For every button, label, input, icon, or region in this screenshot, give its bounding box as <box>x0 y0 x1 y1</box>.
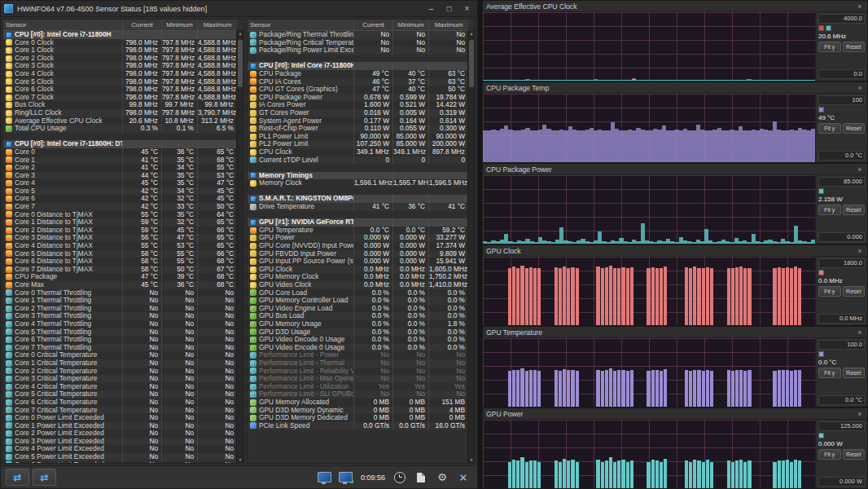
nav-forward-button[interactable]: ⇄ <box>33 469 56 486</box>
sensor-row[interactable]: Drive Temperature41 °C36 °C41 °C <box>248 203 468 211</box>
column-header-sensor[interactable]: Sensor <box>248 20 354 30</box>
sensor-row[interactable]: Core 1 Critical TemperatureNoNoNo <box>3 359 237 368</box>
sensor-row[interactable]: Bus Clock99.8 MHz99.7 MHz99.8 MHz <box>3 101 237 109</box>
sensor-row[interactable]: IA Cores Power1.600 W0.521 W14.422 W <box>248 101 468 109</box>
graph-ymax-value[interactable]: 1800.0 <box>818 258 865 268</box>
sensor-row[interactable]: Core 6 Distance to TjMAX58 °C55 °C68 °C <box>3 258 237 266</box>
sensor-row[interactable]: Core 3 Clock798.0 MHz797.8 MHz4,588.8 MH… <box>3 62 237 70</box>
sensor-row[interactable]: GPU Video Decode 0 Usage0.0 %0.0 %0.0 % <box>248 336 468 344</box>
sensor-row[interactable]: Core 1 Thermal ThrottlingNoNoNo <box>3 297 237 305</box>
sensor-row[interactable]: Core 6 Thermal ThrottlingNoNoNo <box>3 336 237 344</box>
reset-button[interactable]: Reset <box>843 449 866 460</box>
graph-ymin-value[interactable]: 0.000 <box>818 232 865 242</box>
graph-close-icon[interactable]: × <box>856 410 864 418</box>
graph-close-icon[interactable]: × <box>856 247 864 255</box>
sensor-row[interactable]: Core 5 Clock798.0 MHz797.8 MHz4,588.8 MH… <box>3 78 237 86</box>
reset-button[interactable]: Reset <box>843 368 866 378</box>
sensor-row[interactable]: Core 6 Critical TemperatureNoNoNo <box>3 399 237 407</box>
section-header-row[interactable]: GPU [#1]: NVIDIA GeForce RTX 3080 Laptop… <box>248 218 468 227</box>
sensor-row[interactable]: Core 0 Critical TemperatureNoNoNo <box>3 351 237 359</box>
graph-ymin-value[interactable]: 0.000 W <box>818 477 865 487</box>
sensor-row[interactable]: Core 0 Clock798.0 MHz797.8 MHz4,588.8 MH… <box>3 39 237 47</box>
sensor-row[interactable]: Ring/LLC Clock798.0 MHz797.8 MHz3,790.7 … <box>3 109 237 117</box>
fit-y-button[interactable]: Fit y <box>818 368 841 378</box>
graph-ymin-value[interactable]: 0.0 °C <box>818 151 865 161</box>
maximize-button[interactable]: □ <box>441 2 458 15</box>
fit-y-button[interactable]: Fit y <box>818 286 841 297</box>
left-scrollbar[interactable]: ▲ ▼ <box>236 30 243 463</box>
sensor-row[interactable]: CPU Package49 °C40 °C63 °C <box>248 70 468 78</box>
sensor-row[interactable]: Core 7 Critical TemperatureNoNoNo <box>3 407 237 415</box>
sensor-row[interactable]: Core 3 Distance to TjMAX56 °C47 °C65 °C <box>3 234 237 242</box>
right-scrollbar[interactable]: ▲ ▼ <box>467 30 475 463</box>
sensor-row[interactable]: Average Effective CPU Clock20.6 MHz10.8 … <box>3 117 237 126</box>
sensor-row[interactable]: Core 0 Distance to TjMAX55 °C35 °C64 °C <box>3 211 237 219</box>
sensor-row[interactable]: Core 4 Thermal ThrottlingNoNoNo <box>3 320 237 328</box>
sensor-row[interactable]: Core 141 °C35 °C68 °C <box>3 156 237 165</box>
column-header-current[interactable]: Current <box>354 20 393 30</box>
sensor-row[interactable]: Core 045 °C36 °C65 °C <box>3 148 237 156</box>
sensor-row[interactable]: CPU Clock349.1 MHz349.1 MHz897.8 MHz <box>248 148 468 156</box>
scrollbar-thumb[interactable] <box>238 40 243 87</box>
sensor-row[interactable]: Performance Limit - UtilizationYesYesYes <box>248 383 468 391</box>
sensor-row[interactable]: GPU Clock0.0 MHz0.0 MHz1,605.0 MHz <box>248 266 468 274</box>
fit-y-button[interactable]: Fit y <box>818 205 841 215</box>
sensor-row[interactable]: Core 1 Power Limit ExceededNoNoNo <box>3 422 237 430</box>
graph-ymin-value[interactable]: 0.0 <box>818 69 865 79</box>
sensor-row[interactable]: GPU Core (NVVDD) Input Power (sum)0.000 … <box>248 242 468 250</box>
sensor-row[interactable]: Core 241 °C34 °C55 °C <box>3 164 237 172</box>
sensor-row[interactable]: Current cTDP Level000 <box>248 156 468 165</box>
logging-button[interactable] <box>412 469 430 486</box>
graph-ymax-value[interactable]: 100 <box>818 95 865 105</box>
sensor-row[interactable]: Core 4 Distance to TjMAX55 °C53 °C65 °C <box>3 242 237 250</box>
sensor-row[interactable]: Core 1 Distance to TjMAX59 °C32 °C65 °C <box>3 218 237 227</box>
sensor-row[interactable]: GPU Temperature0.0 °C0.0 °C59.2 °C <box>248 227 468 235</box>
graph-titlebar[interactable]: CPU Package Power× <box>483 164 867 175</box>
sensor-row[interactable]: Package/Ring Power Limit ExceededNoNoNo <box>248 46 468 55</box>
sensor-row[interactable]: GT Cores Power0.016 W0.005 W0.319 W <box>248 109 468 117</box>
reset-button[interactable]: Reset <box>843 286 866 297</box>
sensor-row[interactable]: Rest-of-Chip Power0.110 W0.055 W0.300 W <box>248 125 468 133</box>
sensor-row[interactable]: Core 0 Power Limit ExceededNoNoNo <box>3 414 237 422</box>
graph-ymax-value[interactable]: 100.0 <box>818 340 865 350</box>
fit-y-button[interactable]: Fit y <box>818 449 841 460</box>
sensor-row[interactable]: Core 2 Clock798.0 MHz797.8 MHz4,588.8 MH… <box>3 55 237 63</box>
close-sensors-button[interactable]: × <box>454 469 472 486</box>
sensor-row[interactable]: Memory Clock1,596.1 MHz1,595.7 MHz1,596.… <box>248 179 468 187</box>
monitor-button[interactable] <box>316 469 334 486</box>
sensor-row[interactable]: Core 3 Critical TemperatureNoNoNo <box>3 375 237 383</box>
sensor-row[interactable]: CPU IA Cores46 °C37 °C63 °C <box>248 78 468 86</box>
sensor-row[interactable]: GPU D3D Usage0.0 %0.0 %0.0 % <box>248 328 468 337</box>
scrollbar-down-icon[interactable]: ▼ <box>468 456 475 463</box>
column-header-maximum[interactable]: Maximum <box>429 20 468 30</box>
section-header-row[interactable]: Memory Timings <box>248 172 468 180</box>
sensor-row[interactable]: GPU Memory Usage0.0 %0.0 %1.8 % <box>248 320 468 328</box>
scrollbar-thumb[interactable] <box>469 40 474 87</box>
column-header-maximum[interactable]: Maximum <box>198 20 237 30</box>
sensor-row[interactable]: Core 7 Distance to TjMAX58 °C50 °C67 °C <box>3 266 237 274</box>
sensor-row[interactable]: Core 5 Distance to TjMAX58 °C55 °C66 °C <box>3 250 237 258</box>
sensor-row[interactable]: Core 2 Power Limit ExceededNoNoNo <box>3 430 237 438</box>
sensor-row[interactable]: PCIe Link Speed0.0 GT/s0.0 GT/s16.0 GT/s <box>248 422 468 430</box>
sensor-row[interactable]: Core 642 °C32 °C45 °C <box>3 195 237 203</box>
sensor-row[interactable]: GPU Bus Load0.0 %0.0 %0.0 % <box>248 312 468 320</box>
scrollbar-down-icon[interactable]: ▼ <box>237 456 243 463</box>
sensor-row[interactable]: Core 6 Clock798.0 MHz797.8 MHz4,588.8 MH… <box>3 86 237 94</box>
sensor-row[interactable]: Performance Limit - Reliability VoltageN… <box>248 368 468 376</box>
graph-titlebar[interactable]: GPU Temperature× <box>483 327 867 338</box>
sensor-row[interactable]: Package/Ring Critical TemperatureNoNoNo <box>248 39 468 47</box>
sensor-row[interactable]: Core 1 Clock798.0 MHz797.8 MHz4,588.8 MH… <box>3 46 237 55</box>
sensor-row[interactable]: Core 0 Thermal ThrottlingNoNoNo <box>3 289 237 297</box>
sensor-row[interactable]: Core 4 Clock798.0 MHz797.8 MHz4,588.8 MH… <box>3 70 237 78</box>
sensor-row[interactable]: Core 7 Clock798.0 MHz797.8 MHz4,588.8 MH… <box>3 94 237 102</box>
sensor-row[interactable]: GPU Memory Controller Load0.0 %0.0 %0.0 … <box>248 297 468 305</box>
sensor-row[interactable]: Core 344 °C35 °C53 °C <box>3 172 237 180</box>
sensor-row[interactable]: GPU D3D Memory Dynamic0 MB0 MB4 MB <box>248 407 468 415</box>
sensor-row[interactable]: Core 5 Power Limit ExceededNoNoNo <box>3 453 237 461</box>
graph-close-icon[interactable]: × <box>856 328 864 337</box>
section-header-row[interactable]: CPU [#0]: Intel Core i7-11800H: DTS <box>3 140 237 148</box>
sensor-row[interactable]: Core 445 °C35 °C47 °C <box>3 179 237 187</box>
sensor-row[interactable]: Core 4 Power Limit ExceededNoNoNo <box>3 445 237 453</box>
minimize-button[interactable]: – <box>423 2 440 15</box>
sensor-row[interactable]: Core 2 Distance to TjMAX59 °C45 °C66 °C <box>3 227 237 235</box>
